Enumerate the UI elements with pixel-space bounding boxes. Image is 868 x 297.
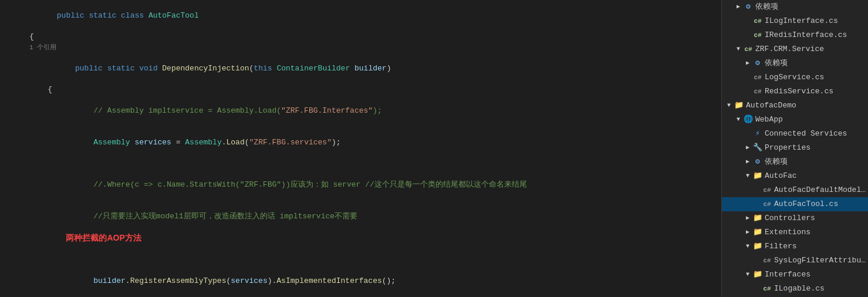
sidebar-item-autofacdefaultmodel[interactable]: c# AutoFacDefaultModel.cs xyxy=(722,183,868,197)
sidebar-item-iredisinterface[interactable]: c# IRedisInterface.cs xyxy=(722,28,868,42)
folder-icon: 📁 xyxy=(752,212,763,224)
cs-icon: c# xyxy=(752,86,763,97)
code-line: { xyxy=(0,32,721,42)
expand-arrow: ▶ xyxy=(743,142,752,154)
sidebar-item-label: 依赖项 xyxy=(765,58,868,69)
dep-icon: ⚙ xyxy=(752,156,763,168)
sidebar-item-label: Filters xyxy=(765,241,868,252)
sidebar-item-iloginterface[interactable]: c# ILogInterface.cs xyxy=(722,14,868,28)
code-line: //只需要注入实现model1层即可，改造函数注入的话 impltservice… xyxy=(0,201,721,265)
sidebar-item-autofac[interactable]: ▼ 📁 AutoFac xyxy=(722,169,868,183)
sidebar-item-label: Extentions xyxy=(765,227,868,238)
sidebar-item-label: AutofacDemo xyxy=(746,100,868,112)
expand-arrow: ▶ xyxy=(743,58,752,69)
sidebar-item-ilogable[interactable]: c# ILogable.cs xyxy=(722,282,868,296)
expand-arrow: ▼ xyxy=(743,241,752,252)
sidebar-item-label: Controllers xyxy=(765,212,868,224)
expand-arrow: ▶ xyxy=(743,156,752,168)
sidebar-item-dep2[interactable]: ▶ ⚙ 依赖项 xyxy=(722,56,868,70)
sidebar-item-autofactool[interactable]: c# AutoFacTool.cs xyxy=(722,197,868,211)
sidebar-item-interfaces[interactable]: ▼ 📁 Interfaces xyxy=(722,268,868,282)
sidebar-item-syslogfilter[interactable]: c# SysLogFilterAttribute.cs xyxy=(722,254,868,268)
cs-icon: c# xyxy=(762,198,772,210)
sidebar-item-controllers[interactable]: ▶ 📁 Controllers xyxy=(722,211,868,225)
expand-arrow: ▶ xyxy=(743,212,752,224)
expand-arrow: ▼ xyxy=(734,43,743,55)
sidebar-item-label: WebApp xyxy=(755,114,868,126)
sidebar-item-redisservice[interactable]: c# RedisService.cs xyxy=(722,85,868,99)
code-line: public static void DependencyInjection(t… xyxy=(0,53,721,85)
sidebar-item-label: ILogInterface.cs xyxy=(765,15,868,27)
sidebar-item-connected-services[interactable]: ⚡ Connected Services xyxy=(722,127,868,141)
folder-icon: 📁 xyxy=(752,269,763,281)
sidebar-item-label: RedisService.cs xyxy=(765,86,868,97)
code-line: // Assembly impltservice = Assembly.Load… xyxy=(0,95,721,127)
sidebar-item-label: 依赖项 xyxy=(755,1,868,13)
cs-icon: c# xyxy=(762,255,772,266)
sidebar-item-label: IRedisInterface.cs xyxy=(765,29,868,41)
code-line xyxy=(0,158,721,169)
dep-icon: ⚙ xyxy=(743,1,754,13)
cs-icon: c# xyxy=(762,283,772,295)
sidebar-item-filters[interactable]: ▼ 📁 Filters xyxy=(722,239,868,254)
expand-arrow: ▼ xyxy=(724,100,734,112)
expand-arrow: ▼ xyxy=(743,170,752,182)
folder-icon: 📁 xyxy=(752,170,763,182)
solution-explorer: ▶ ⚙ 依赖项 c# ILogInterface.cs c# IRedisInt… xyxy=(721,0,868,297)
folder-icon: 🔧 xyxy=(752,142,763,154)
connected-icon: ⚡ xyxy=(752,128,763,140)
sidebar-item-label: Connected Services xyxy=(765,128,868,140)
code-line: Assembly services = Assembly.Load("ZRF.F… xyxy=(0,127,721,158)
cs-icon: c# xyxy=(743,43,754,55)
sidebar-item-label: AutoFacTool.cs xyxy=(774,198,868,210)
sidebar-item-logservice[interactable]: c# LogService.cs xyxy=(722,70,868,85)
expand-arrow: ▼ xyxy=(743,269,752,281)
aop-label: 两种拦截的AOP方法 xyxy=(66,233,141,242)
folder-icon: 📁 xyxy=(752,227,763,238)
cs-icon: c# xyxy=(752,29,763,41)
sidebar-item-label: 依赖项 xyxy=(765,156,868,168)
sidebar-item-extentions[interactable]: ▶ 📁 Extentions xyxy=(722,225,868,239)
dep-icon: ⚙ xyxy=(752,58,763,69)
sidebar-item-dep1[interactable]: ▶ ⚙ 依赖项 xyxy=(722,0,868,14)
expand-arrow: ▶ xyxy=(743,227,752,238)
expand-arrow: ▶ xyxy=(734,1,743,13)
sidebar-item-properties[interactable]: ▶ 🔧 Properties xyxy=(722,141,868,155)
sidebar-item-label: SysLogFilterAttribute.cs xyxy=(774,255,868,266)
sidebar-item-label: LogService.cs xyxy=(765,72,868,83)
sidebar-item-dep3[interactable]: ▶ ⚙ 依赖项 xyxy=(722,155,868,169)
code-line: //.Where(c => c.Name.StartsWith("ZRF.FBG… xyxy=(0,169,721,201)
folder-icon: 📁 xyxy=(734,100,744,112)
sidebar-item-webapp[interactable]: ▼ 🌐 WebApp xyxy=(722,113,868,127)
cs-icon: c# xyxy=(752,72,763,83)
sidebar-item-autofacdemo[interactable]: ▼ 📁 AutofacDemo xyxy=(722,99,868,113)
sidebar-item-label: AutoFac xyxy=(765,170,868,182)
webapp-icon: 🌐 xyxy=(743,114,754,126)
code-line: { xyxy=(0,85,721,95)
code-line: public static class AutoFacTool xyxy=(0,0,721,32)
code-line: 1 个引用 xyxy=(0,42,721,53)
folder-icon: 📁 xyxy=(752,241,763,252)
sidebar-item-label: ZRF.CRM.Service xyxy=(755,43,868,55)
code-line: builder.RegisterAssemblyTypes(services).… xyxy=(0,265,721,297)
expand-arrow: ▼ xyxy=(734,114,743,126)
sidebar-item-label: ILogable.cs xyxy=(774,283,868,295)
code-editor[interactable]: public static class AutoFacTool { 1 个引用 … xyxy=(0,0,721,297)
sidebar-item-label: Properties xyxy=(765,142,868,154)
sidebar-item-label: Interfaces xyxy=(765,269,868,281)
sidebar-item-zrf-crm-service[interactable]: ▼ c# ZRF.CRM.Service xyxy=(722,42,868,56)
sidebar-item-label: AutoFacDefaultModel.cs xyxy=(774,184,868,196)
cs-icon: c# xyxy=(762,184,772,196)
cs-icon: c# xyxy=(752,15,763,27)
